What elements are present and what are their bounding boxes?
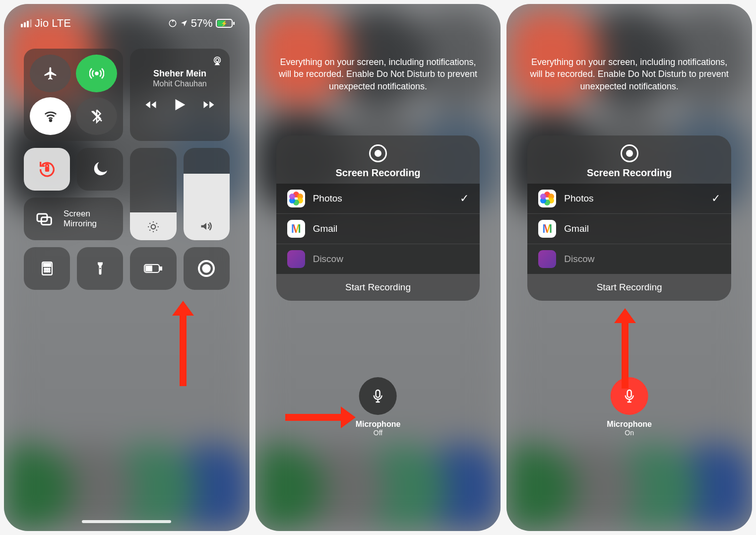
screen-mirroring-tile[interactable]: Screen Mirroring	[24, 198, 123, 240]
recording-card-title: Screen Recording	[276, 167, 480, 179]
screen-recording-card: Screen Recording Photos ✓ M Gmail Discow	[276, 135, 480, 301]
checkmark-icon: ✓	[711, 192, 720, 205]
gmail-app-icon: M	[287, 220, 305, 238]
recording-app-label: Gmail	[564, 223, 589, 234]
annotation-arrow-2	[285, 414, 345, 421]
play-button[interactable]	[171, 96, 188, 113]
screen-mirroring-label: Screen Mirroring	[63, 209, 112, 228]
forward-button[interactable]	[202, 98, 216, 112]
recording-app-label: Photos	[564, 193, 593, 204]
volume-icon	[199, 219, 213, 233]
recording-app-label: Discow	[564, 254, 594, 265]
signal-bars-icon	[21, 19, 32, 27]
airplay-icon[interactable]	[212, 56, 223, 67]
microphone-state: Off	[356, 429, 401, 437]
screen-recording-mic-on: Everything on your screen, including not…	[506, 4, 752, 531]
cellular-data-toggle[interactable]	[76, 55, 117, 92]
photos-app-icon	[287, 190, 305, 207]
record-icon	[621, 144, 638, 162]
low-power-shortcut[interactable]	[130, 247, 176, 290]
screen-control-center: Jio LTE 57% ⚡	[4, 4, 250, 531]
gmail-app-icon: M	[538, 220, 556, 238]
recording-app-item-3[interactable]: Discow	[527, 244, 731, 274]
svg-point-15	[44, 270, 46, 272]
recording-app-label: Photos	[313, 193, 342, 204]
start-recording-button[interactable]: Start Recording	[276, 274, 480, 301]
recording-app-list: Photos ✓ M Gmail Discow	[527, 184, 731, 274]
brightness-icon	[147, 220, 160, 233]
svg-rect-21	[146, 266, 152, 271]
checkmark-icon: ✓	[460, 192, 469, 205]
recording-app-item-photos[interactable]: Photos ✓	[276, 184, 480, 214]
media-title: Sheher Mein	[137, 68, 222, 79]
svg-point-13	[46, 268, 48, 269]
orientation-lock-tile[interactable]	[24, 148, 70, 191]
recording-app-item-3[interactable]: Discow	[276, 244, 480, 274]
svg-rect-24	[376, 390, 380, 398]
svg-point-17	[48, 270, 50, 272]
bluetooth-toggle[interactable]	[76, 97, 117, 135]
home-indicator[interactable]	[82, 520, 171, 523]
record-icon	[369, 144, 387, 162]
microphone-state: On	[607, 429, 652, 437]
battery-icon: ⚡	[216, 19, 233, 28]
connectivity-tile	[24, 49, 123, 141]
screen-mirroring-icon	[35, 209, 55, 229]
airplane-mode-toggle[interactable]	[30, 55, 71, 92]
screen-recording-card: Screen Recording Photos ✓ M Gmail Discow	[527, 135, 731, 301]
microphone-label: Microphone	[607, 420, 652, 429]
media-artist: Mohit Chauhan	[137, 79, 222, 88]
recording-card-title: Screen Recording	[527, 167, 731, 179]
rewind-button[interactable]	[144, 98, 158, 112]
microphone-toggle[interactable]	[611, 377, 648, 415]
third-app-icon	[287, 250, 305, 268]
microphone-label: Microphone	[356, 420, 401, 429]
svg-point-1	[95, 72, 98, 75]
third-app-icon	[538, 250, 556, 268]
microphone-toggle[interactable]	[359, 377, 397, 415]
screen-recording-mic-off: Everything on your screen, including not…	[255, 4, 501, 531]
svg-point-2	[50, 120, 52, 122]
svg-point-14	[48, 268, 50, 269]
svg-point-5	[215, 59, 218, 62]
volume-slider[interactable]	[184, 148, 230, 240]
battery-percent: 57%	[191, 17, 213, 30]
carrier-label: Jio LTE	[35, 17, 71, 30]
flashlight-shortcut[interactable]	[77, 247, 123, 290]
recording-app-label: Gmail	[313, 223, 338, 234]
screen-record-shortcut[interactable]	[184, 247, 230, 290]
svg-point-12	[44, 268, 46, 269]
control-center-grid: Sheher Mein Mohit Chauhan	[24, 49, 230, 290]
svg-point-7	[151, 225, 156, 229]
microphone-control: Microphone Off	[356, 377, 401, 437]
recording-hint-text: Everything on your screen, including not…	[277, 56, 479, 92]
recording-hint-text: Everything on your screen, including not…	[528, 56, 730, 92]
wifi-toggle[interactable]	[30, 97, 71, 135]
photos-app-icon	[538, 190, 556, 207]
svg-rect-6	[45, 167, 49, 172]
svg-rect-11	[43, 264, 50, 267]
recording-app-item-gmail[interactable]: M Gmail	[527, 214, 731, 244]
svg-point-23	[203, 265, 209, 271]
svg-point-18	[99, 268, 101, 269]
do-not-disturb-tile[interactable]	[77, 148, 123, 191]
svg-rect-20	[160, 267, 162, 270]
brightness-slider[interactable]	[130, 148, 176, 240]
microphone-control: Microphone On	[607, 377, 652, 437]
svg-point-16	[46, 270, 48, 272]
recording-app-item-photos[interactable]: Photos ✓	[527, 184, 731, 214]
location-arrow-icon	[180, 19, 188, 27]
annotation-arrow-3	[622, 319, 629, 389]
status-bar: Jio LTE 57% ⚡	[4, 4, 250, 30]
annotation-arrow-1	[180, 312, 187, 386]
recording-app-label: Discow	[313, 254, 343, 265]
recording-app-list: Photos ✓ M Gmail Discow	[276, 184, 480, 274]
start-recording-button[interactable]: Start Recording	[527, 274, 731, 301]
media-playback-tile[interactable]: Sheher Mein Mohit Chauhan	[130, 49, 229, 141]
calculator-shortcut[interactable]	[24, 247, 70, 290]
recording-app-item-gmail[interactable]: M Gmail	[276, 214, 480, 244]
svg-rect-25	[628, 390, 631, 398]
orientation-lock-status-icon	[168, 19, 177, 28]
